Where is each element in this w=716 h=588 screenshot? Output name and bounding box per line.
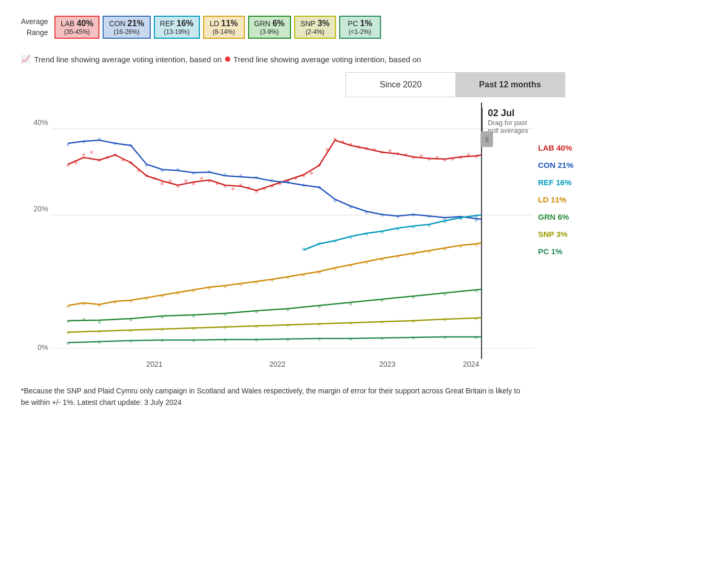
legend-label-group: Average Range <box>21 16 48 38</box>
right-label-con: CON 21% <box>538 156 574 174</box>
party-range-ref: (13-19%) <box>164 28 189 36</box>
party-name-snp: SNP <box>300 19 316 28</box>
party-name-ref: REF <box>160 19 175 28</box>
legend-section: Average Range LAB 40% (35-45%) CON 21% (… <box>10 10 706 44</box>
party-pct-ld: 11% <box>221 19 238 28</box>
chart-svg: 2021 2022 2023 2024 <box>52 103 534 375</box>
time-selector: Since 2020 Past 12 months <box>345 72 565 97</box>
party-badge-pc: PC 1% (<1-2%) <box>339 16 381 39</box>
right-label-pc: PC 1% <box>538 243 574 260</box>
party-name-pc: PC <box>348 19 358 28</box>
chart-svg-wrapper: 2021 2022 2023 2024 02 Jul Drag for past… <box>52 103 534 375</box>
right-label-grn: GRN 6% <box>538 208 574 225</box>
svg-text:2024: 2024 <box>463 360 479 368</box>
since-2020-button[interactable]: Since 2020 <box>346 73 455 97</box>
party-badge-snp: SNP 3% (2-4%) <box>294 16 336 39</box>
y-axis: 40% 20% 0% <box>21 103 52 375</box>
trend-note: 📈 Trend line showing average voting inte… <box>21 54 706 64</box>
party-badge-ld: LD 11% (8-14%) <box>203 16 245 39</box>
party-range-grn: (3-9%) <box>260 28 279 36</box>
trend-note-text: Trend line showing average voting intent… <box>34 55 222 64</box>
svg-text:2023: 2023 <box>379 360 395 368</box>
chart-area: 40% 20% 0% <box>21 103 695 375</box>
svg-point-6 <box>82 153 85 156</box>
poll-dot <box>225 56 230 62</box>
party-pct-snp: 3% <box>318 19 330 28</box>
chart-outer: 40% 20% 0% <box>21 103 695 375</box>
right-label-snp: SNP 3% <box>538 225 574 243</box>
party-badge-lab: LAB 40% (35-45%) <box>54 16 100 39</box>
party-pct-lab: 40% <box>76 19 93 28</box>
party-badge-ref: REF 16% (13-19%) <box>154 16 200 39</box>
right-label-lab: LAB 40% <box>538 139 574 156</box>
label-average: Average <box>21 16 48 27</box>
svg-point-35 <box>310 172 313 175</box>
right-labels: LAB 40% CON 21% REF 16% LD 11% GRN 6% SN… <box>538 103 574 260</box>
party-range-snp: (2-4%) <box>306 28 325 36</box>
svg-point-16 <box>161 182 164 185</box>
party-pct-ref: 16% <box>177 19 194 28</box>
date-sub: Drag for pastpoll averages <box>488 119 528 134</box>
drag-handle[interactable] <box>480 131 493 147</box>
footnote: *Because the SNP and Plaid Cymru only ca… <box>21 385 523 409</box>
party-badge-con: CON 21% (16-26%) <box>103 16 150 39</box>
svg-text:2021: 2021 <box>146 360 162 368</box>
party-range-ld: (8-14%) <box>212 28 235 36</box>
chart-icon: 📈 <box>21 54 31 64</box>
party-name-ld: LD <box>210 19 219 28</box>
party-range-con: (16-26%) <box>114 28 139 36</box>
svg-point-7 <box>90 151 93 154</box>
party-range-pc: (<1-2%) <box>349 28 371 36</box>
party-name-lab: LAB <box>61 19 74 28</box>
party-pct-pc: 1% <box>360 19 372 28</box>
svg-text:2022: 2022 <box>269 360 285 368</box>
y-label-20: 20% <box>33 205 48 213</box>
party-name-con: CON <box>109 19 125 28</box>
label-range: Range <box>27 27 48 38</box>
party-pct-grn: 6% <box>273 19 285 28</box>
party-badges: LAB 40% (35-45%) CON 21% (16-26%) REF 16… <box>54 16 381 39</box>
svg-point-125 <box>98 321 101 324</box>
past-12-months-button[interactable]: Past 12 months <box>455 73 565 97</box>
svg-point-17 <box>169 179 172 183</box>
right-label-ld: LD 11% <box>538 191 574 208</box>
y-label-0: 0% <box>38 343 48 352</box>
party-badge-grn: GRN 6% (3-9%) <box>248 16 291 39</box>
right-label-ref: REF 16% <box>538 174 574 191</box>
svg-point-21 <box>200 177 203 180</box>
party-name-grn: GRN <box>254 19 271 28</box>
date-label: 02 Jul Drag for pastpoll averages <box>482 108 528 134</box>
trend-note-end: Trend line showing average voting intent… <box>233 55 421 64</box>
party-pct-con: 21% <box>128 19 144 28</box>
svg-point-45 <box>388 149 391 152</box>
date-value: 02 Jul <box>488 108 528 119</box>
svg-point-25 <box>231 187 234 190</box>
svg-point-19 <box>184 179 187 183</box>
party-range-lab: (35-45%) <box>64 28 90 36</box>
y-label-40: 40% <box>33 118 48 127</box>
legend-grid: Average Range LAB 40% (35-45%) CON 21% (… <box>21 16 695 39</box>
